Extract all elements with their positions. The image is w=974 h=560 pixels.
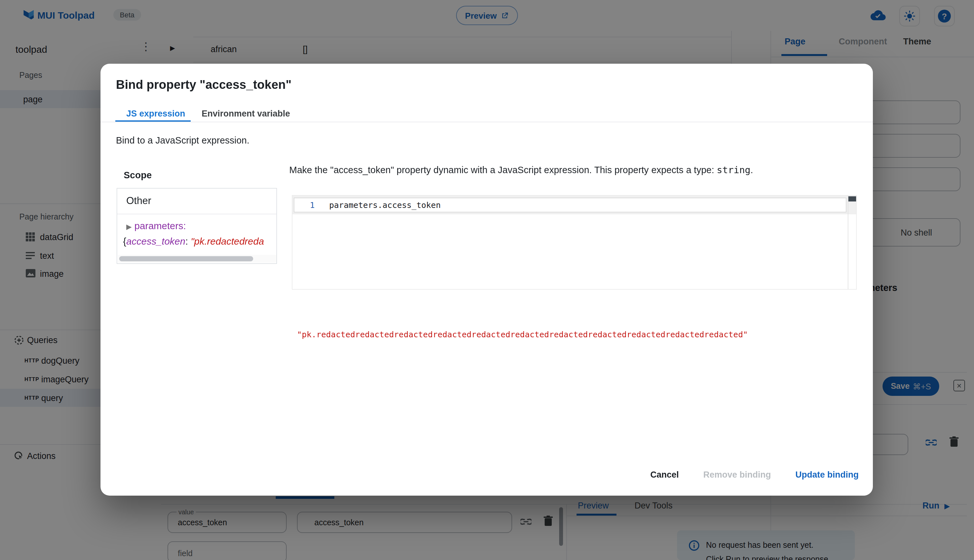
- dialog-subtitle: Bind to a JavaScript expression.: [116, 135, 249, 145]
- scope-node-preview: {access_token: "pk.redactedreda: [123, 236, 264, 247]
- tabs-divider: [100, 122, 873, 122]
- bind-property-dialog: Bind property "access_token" JS expressi…: [100, 64, 873, 496]
- editor-line-number: 1: [310, 200, 315, 210]
- evaluated-result: "pk.redactedredactedredactedredactedreda…: [297, 330, 748, 339]
- tab-js-expression[interactable]: JS expression: [126, 109, 185, 118]
- scrollbar-thumb[interactable]: [119, 256, 253, 261]
- update-binding-button[interactable]: Update binding: [795, 470, 859, 480]
- editor-scrollbar-thumb[interactable]: [849, 196, 856, 202]
- preview-key: access_token: [126, 236, 185, 247]
- scope-node-key: parameters:: [134, 220, 186, 231]
- scope-divider: [117, 214, 276, 214]
- expected-type: string: [717, 165, 750, 175]
- scope-node-parameters[interactable]: ▶ parameters:: [126, 220, 186, 231]
- toolpad-app: MUI Toolpad Beta Preview: [0, 0, 974, 560]
- scope-heading: Scope: [124, 170, 152, 180]
- preview-colon: :: [185, 236, 191, 247]
- remove-binding-button[interactable]: Remove binding: [703, 470, 771, 480]
- scope-group-label: Other: [126, 195, 151, 207]
- dialog-description: Make the "access_token" property dynamic…: [289, 165, 753, 175]
- preview-brace: {: [123, 236, 126, 247]
- preview-value: "pk.redactedreda: [190, 236, 264, 247]
- js-expression-editor[interactable]: 1 parameters.access_token: [292, 195, 857, 290]
- dialog-actions: Cancel Remove binding Update binding: [650, 470, 859, 480]
- tree-expander-icon[interactable]: ▶: [126, 223, 132, 230]
- description-period: .: [750, 165, 753, 175]
- scope-tree: Other ▶ parameters: {access_token: "pk.r…: [117, 188, 277, 264]
- tab-environment-variable[interactable]: Environment variable: [202, 109, 290, 118]
- editor-code: parameters.access_token: [329, 200, 441, 210]
- scope-horizontal-scrollbar[interactable]: [118, 255, 276, 263]
- editor-scrollbar-track: [848, 196, 849, 289]
- dialog-title: Bind property "access_token": [116, 78, 291, 92]
- description-text: Make the "access_token" property dynamic…: [289, 165, 717, 175]
- cancel-button[interactable]: Cancel: [650, 470, 679, 480]
